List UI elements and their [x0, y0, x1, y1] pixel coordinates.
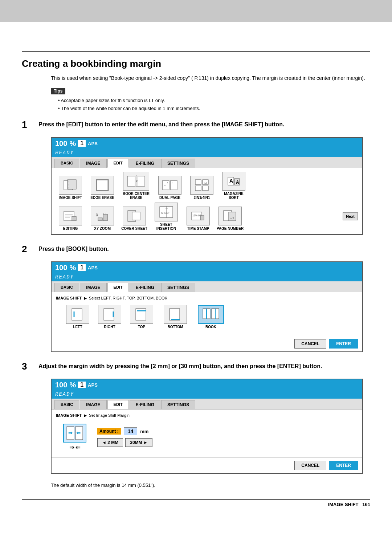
- tab-settings-1[interactable]: SETTINGS: [161, 159, 195, 168]
- tab-settings-3[interactable]: SETTINGS: [161, 400, 195, 409]
- tab-efiling-2[interactable]: E-FILING: [130, 283, 160, 292]
- screen-2-header: 100 % 1 APS: [52, 262, 362, 273]
- tab-efiling-3[interactable]: E-FILING: [130, 400, 160, 409]
- tab-edit-3[interactable]: EDIT: [107, 400, 129, 409]
- top-rule: [22, 51, 370, 52]
- svg-text:▲: ▲: [164, 184, 166, 187]
- tab-image-1[interactable]: IMAGE: [80, 159, 106, 168]
- screen3-percent: 100: [55, 381, 67, 389]
- magazine-sort-icon: A A _: [222, 172, 245, 191]
- screen-1-header: 100 % 1 APS: [52, 138, 362, 149]
- tip-item-1: Acceptable paper sizes for this function…: [58, 97, 370, 104]
- btn-edge-erase-label: EDGE ERASE: [90, 196, 114, 200]
- screen-3: 100 % 1 APS READY BASIC IMAGE EDIT E-FIL…: [51, 379, 363, 474]
- next-button[interactable]: Next: [343, 212, 358, 220]
- btn-dual-page-label: DUAL PAGE: [159, 196, 180, 200]
- btn-30mm[interactable]: 30mm ►: [125, 438, 152, 447]
- arrow-right-icon: ▶: [84, 296, 87, 301]
- step-2-number: 2: [22, 244, 35, 255]
- book-center-icon: ▼: [123, 172, 149, 191]
- edge-erase-icon: [91, 176, 114, 195]
- screen3-counter: 1: [78, 382, 86, 388]
- svg-rect-49: [170, 309, 180, 320]
- amount-display: Amount : 14 mm: [97, 427, 152, 435]
- page-title: Creating a bookbinding margin: [22, 58, 370, 69]
- tab-image-3[interactable]: IMAGE: [80, 400, 106, 409]
- btn-2mm[interactable]: ◄ 2 mm: [97, 438, 123, 447]
- screen3-aps: APS: [88, 382, 98, 388]
- btn-xy-zoom[interactable]: X Y XY ZOOM: [88, 207, 117, 231]
- tab-settings-2[interactable]: SETTINGS: [161, 283, 195, 292]
- svg-rect-15: [195, 180, 201, 184]
- footer: IMAGE SHIFT 161: [22, 500, 370, 509]
- enter-button-3[interactable]: ENTER: [329, 461, 358, 470]
- tab-basic-1[interactable]: BASIC: [54, 159, 79, 168]
- btn-top[interactable]: TOP: [127, 305, 156, 329]
- btn-left[interactable]: LEFT: [63, 305, 92, 329]
- svg-rect-11: [171, 180, 177, 190]
- tab-edit-2[interactable]: EDIT: [107, 283, 129, 292]
- time-stamp-icon: 12% 05: [187, 207, 210, 225]
- screen1-percent: 100: [55, 139, 67, 148]
- btn-image-shift[interactable]: IMAGE SHIFT: [56, 176, 85, 200]
- btn-editing[interactable]: EDITING: [56, 207, 85, 231]
- cancel-button-3[interactable]: CANCEL: [294, 461, 326, 470]
- svg-text:⇒: ⇒: [68, 430, 73, 436]
- svg-text:12% 05: 12% 05: [192, 214, 201, 217]
- step-1-number: 1: [22, 119, 35, 130]
- left-icon: [66, 305, 89, 324]
- btn-image-shift-label: IMAGE SHIFT: [59, 196, 82, 200]
- btn-cover-sheet[interactable]: COVER SHEET: [120, 207, 149, 231]
- svg-rect-47: [104, 309, 114, 320]
- btn-book-center[interactable]: ▼ BOOK CENTER ERASE: [120, 172, 152, 200]
- tab-efiling-1[interactable]: E-FILING: [130, 159, 160, 168]
- top-icon: [130, 305, 153, 324]
- screen-1: 100 % 1 APS READY BASIC IMAGE EDIT E-FIL…: [51, 137, 363, 235]
- screen3-bottom-row: CANCEL ENTER: [52, 457, 362, 473]
- cancel-button-2[interactable]: CANCEL: [294, 339, 326, 349]
- btn-sheet-insertion[interactable]: SHEET SHEET INSERTION: [152, 203, 181, 231]
- btn-magazine-sort[interactable]: A A _ MAGAZINE SORT: [219, 172, 248, 200]
- screen3-percent-sign: %: [69, 381, 76, 389]
- btn-page-number[interactable]: 1/3 PAGE NUMBER: [216, 207, 245, 231]
- screen-3-header: 100 % 1 APS: [52, 379, 362, 391]
- sheet-insertion-icon: SHEET: [155, 203, 178, 221]
- btn-magazine-sort-label: MAGAZINE SORT: [219, 192, 248, 200]
- btn-2in1[interactable]: 1/3 2IN1/4IN1: [187, 176, 216, 200]
- screen3-body: IMAGE SHIFT ▶ Set Image Shift Margin ⇒ ⇐: [52, 410, 362, 457]
- btn-right[interactable]: RIGHT: [95, 305, 124, 329]
- btn-time-stamp[interactable]: 12% 05 TIME STAMP: [184, 207, 213, 231]
- amount-value: 14: [124, 427, 138, 435]
- footer-page: 161: [362, 502, 370, 507]
- step-3: 3 Adjust the margin width by pressing th…: [22, 361, 370, 372]
- btn-bottom[interactable]: BOTTOM: [159, 305, 192, 329]
- tab-basic-2[interactable]: BASIC: [54, 283, 79, 292]
- step-1-text: Press the [EDIT] button to enter the edi…: [38, 119, 284, 129]
- screen2-aps: APS: [88, 265, 98, 270]
- arrow-right-icon-3: ▶: [84, 413, 87, 418]
- btn-edge-erase[interactable]: EDGE ERASE: [88, 176, 117, 200]
- amount-label: Amount :: [97, 428, 121, 435]
- screen2-ready: READY: [52, 273, 362, 281]
- screen1-counter: 1: [78, 140, 86, 147]
- btn-xy-zoom-label: XY ZOOM: [94, 227, 111, 231]
- step-3-number: 3: [22, 361, 35, 372]
- btn-dual-page[interactable]: ▲ 1 2 DUAL PAGE: [155, 176, 184, 200]
- mm-button-row: ◄ 2 mm 30mm ►: [97, 438, 152, 447]
- dual-page-icon: ▲ 1 2: [158, 176, 181, 195]
- screen3-ready: READY: [52, 391, 362, 399]
- cover-sheet-icon: [123, 207, 146, 225]
- svg-text:1/3: 1/3: [230, 216, 234, 219]
- btn-book[interactable]: BOOK: [195, 305, 227, 329]
- tab-edit-1[interactable]: EDIT: [107, 159, 129, 168]
- book-shift-icon: ⇒ ⇐: [63, 424, 86, 443]
- svg-rect-3: [97, 180, 108, 191]
- step-2-text: Press the [BOOK] button.: [38, 244, 109, 253]
- btn-sheet-insertion-label: SHEET INSERTION: [152, 223, 181, 231]
- btn-2in1-label: 2IN1/4IN1: [193, 196, 210, 200]
- tab-basic-3[interactable]: BASIC: [54, 400, 79, 409]
- bottom-icon: [164, 305, 187, 324]
- screen1-percent-sign: %: [69, 139, 76, 148]
- enter-button-2[interactable]: ENTER: [329, 339, 358, 349]
- tab-image-2[interactable]: IMAGE: [80, 283, 106, 292]
